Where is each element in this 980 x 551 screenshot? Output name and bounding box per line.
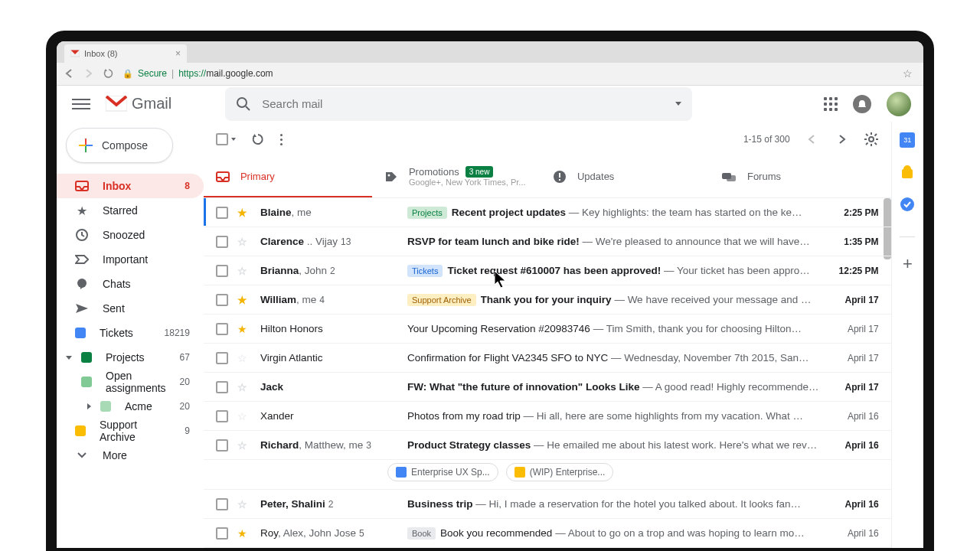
mail-row[interactable]: ★Hilton HonorsYour Upcoming Reservation … bbox=[204, 315, 891, 344]
sidebar-item-more[interactable]: More bbox=[57, 443, 204, 468]
sidebar-item-sent[interactable]: Sent bbox=[57, 296, 204, 321]
refresh-button[interactable] bbox=[251, 132, 265, 146]
reload-button[interactable] bbox=[103, 68, 115, 79]
star-icon[interactable]: ★ bbox=[237, 323, 251, 335]
row-checkbox[interactable] bbox=[216, 498, 228, 510]
mail-row[interactable]: ☆Brianna, John2TicketsTicket request #61… bbox=[204, 256, 891, 285]
select-menu-caret[interactable] bbox=[231, 138, 236, 141]
row-checkbox[interactable] bbox=[216, 381, 228, 393]
more-button[interactable] bbox=[280, 134, 283, 145]
mail-row[interactable]: ☆JackFW: What "the future of innovation"… bbox=[204, 373, 891, 402]
star-icon[interactable]: ☆ bbox=[237, 498, 251, 510]
expand-caret-icon[interactable] bbox=[66, 356, 72, 360]
row-tag[interactable]: Projects bbox=[407, 207, 447, 219]
nav-label: Tickets bbox=[100, 327, 151, 339]
sidebar-item-starred[interactable]: ★Starred bbox=[57, 198, 204, 223]
select-all-checkbox[interactable] bbox=[216, 133, 228, 145]
row-checkbox[interactable] bbox=[216, 352, 228, 364]
sidebar-item-projects[interactable]: Projects67 bbox=[57, 345, 204, 370]
nav-count: 67 bbox=[180, 352, 190, 363]
row-tag[interactable]: Support Archive bbox=[407, 294, 476, 306]
mail-row[interactable]: ☆Peter, Shalini2Business trip — Hi, I ma… bbox=[204, 490, 891, 519]
sidebar-item-inbox[interactable]: Inbox8 bbox=[57, 174, 204, 198]
mail-row[interactable]: ★Roy, Alex, John Jose5BookBook you recom… bbox=[204, 519, 891, 548]
close-tab-icon[interactable]: × bbox=[175, 48, 181, 59]
forums-icon bbox=[721, 171, 737, 183]
sidebar-item-snoozed[interactable]: Snoozed bbox=[57, 223, 204, 247]
star-icon[interactable]: ★ bbox=[237, 527, 251, 540]
star-icon[interactable]: ★ bbox=[237, 294, 251, 306]
apps-icon[interactable] bbox=[824, 97, 838, 111]
row-checkbox[interactable] bbox=[216, 265, 228, 277]
sidebar-item-chats[interactable]: Chats bbox=[57, 272, 204, 296]
row-tag[interactable]: Book bbox=[407, 527, 436, 540]
expand-caret-icon[interactable] bbox=[87, 403, 91, 409]
star-icon[interactable]: ☆ bbox=[237, 410, 251, 422]
attachment-chip[interactable]: (WIP) Enterprise... bbox=[506, 463, 614, 481]
row-checkbox[interactable] bbox=[216, 410, 228, 422]
row-checkbox[interactable] bbox=[216, 439, 228, 452]
sidebar-item-acme[interactable]: Acme20 bbox=[57, 394, 204, 419]
sidebar-item-support-archive[interactable]: Support Archive9 bbox=[57, 419, 204, 443]
tab-primary[interactable]: Primary bbox=[204, 157, 372, 197]
snippet: — Wednesday, November 7th 2015, San… bbox=[608, 352, 808, 364]
search-input[interactable] bbox=[262, 97, 665, 110]
compose-button[interactable]: Compose bbox=[66, 128, 173, 163]
gmail-logo[interactable]: Gmail bbox=[106, 95, 172, 112]
tab-promotions[interactable]: Promotions3 newGoogle+, New York Times, … bbox=[372, 157, 541, 197]
search-options-icon[interactable] bbox=[675, 102, 681, 106]
bookmark-star-icon[interactable]: ☆ bbox=[903, 67, 913, 80]
sidebar-item-open-assignments[interactable]: Open assignments20 bbox=[57, 370, 204, 394]
page-count: 1-15 of 300 bbox=[743, 134, 790, 145]
sender: Roy, Alex, John Jose5 bbox=[260, 527, 398, 539]
account-avatar[interactable] bbox=[887, 92, 911, 116]
star-icon[interactable]: ☆ bbox=[237, 236, 251, 248]
side-panel: 31 + bbox=[891, 122, 923, 548]
star-icon[interactable]: ☆ bbox=[237, 439, 251, 452]
row-checkbox[interactable] bbox=[216, 294, 228, 306]
date: 1:35 PM bbox=[828, 236, 879, 247]
search-icon[interactable] bbox=[236, 96, 251, 112]
date: April 17 bbox=[828, 324, 879, 334]
tab-forums[interactable]: Forums bbox=[709, 157, 877, 197]
row-checkbox[interactable] bbox=[216, 323, 228, 335]
get-addons-button[interactable]: + bbox=[903, 254, 913, 274]
sidebar-item-tickets[interactable]: Tickets18219 bbox=[57, 321, 204, 345]
nav-label: More bbox=[103, 449, 190, 461]
prev-page-button[interactable] bbox=[802, 130, 821, 148]
settings-button[interactable] bbox=[864, 132, 879, 147]
forward-button[interactable] bbox=[83, 68, 95, 79]
search-bar[interactable] bbox=[225, 87, 692, 121]
row-checkbox[interactable] bbox=[216, 527, 228, 540]
menu-icon[interactable] bbox=[72, 95, 90, 113]
next-page-button[interactable] bbox=[833, 130, 851, 148]
mail-row[interactable]: ☆XanderPhotos from my road trip — Hi all… bbox=[204, 402, 891, 431]
row-tag[interactable]: Tickets bbox=[407, 265, 443, 277]
mail-row[interactable]: ☆Richard, Matthew, me3Product Strategy c… bbox=[204, 431, 891, 460]
mail-list: ★Blaine, meProjectsRecent project update… bbox=[204, 198, 891, 548]
back-button[interactable] bbox=[63, 68, 75, 79]
mail-row[interactable]: ★William, me4Support ArchiveThank you fo… bbox=[204, 285, 891, 315]
star-icon[interactable]: ★ bbox=[237, 207, 251, 219]
mail-row[interactable]: ☆Clarence .. Vijay13RSVP for team lunch … bbox=[204, 227, 891, 256]
mail-row[interactable]: ★Blaine, meProjectsRecent project update… bbox=[204, 198, 891, 227]
star-icon[interactable]: ☆ bbox=[237, 381, 251, 393]
notifications-icon[interactable] bbox=[853, 95, 871, 113]
sidebar-item-important[interactable]: Important bbox=[57, 247, 204, 272]
browser-tab[interactable]: Inbox (8) × bbox=[64, 44, 187, 63]
star-icon[interactable]: ☆ bbox=[237, 265, 251, 277]
subject: Product Strategy classes bbox=[407, 439, 531, 451]
calendar-addon-icon[interactable]: 31 bbox=[900, 132, 915, 148]
address-bar[interactable]: 🔒 Secure | https://mail.google.com bbox=[122, 68, 895, 79]
mail-row[interactable]: ☆Virgin AtlanticConfirmation for Flight … bbox=[204, 344, 891, 373]
star-icon[interactable]: ☆ bbox=[237, 352, 251, 364]
tab-updates[interactable]: Updates bbox=[541, 157, 709, 197]
row-checkbox[interactable] bbox=[216, 207, 228, 219]
sidebar: Compose Inbox8★StarredSnoozedImportantCh… bbox=[57, 122, 204, 548]
date: April 16 bbox=[828, 528, 879, 539]
keep-addon-icon[interactable] bbox=[900, 165, 915, 180]
row-checkbox[interactable] bbox=[216, 236, 228, 248]
attachment-chip[interactable]: Enterprise UX Sp... bbox=[387, 463, 498, 481]
row-content: RSVP for team lunch and bike ride! — We'… bbox=[407, 236, 819, 247]
tasks-addon-icon[interactable] bbox=[900, 197, 915, 212]
